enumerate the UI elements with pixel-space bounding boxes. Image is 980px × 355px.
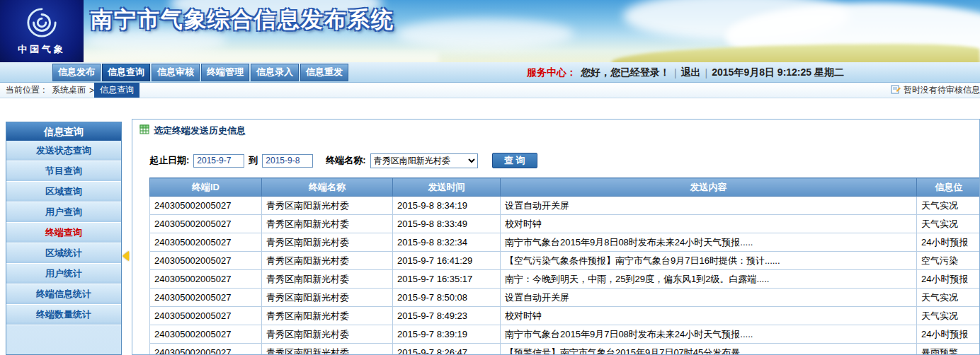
breadcrumb-label: 当前位置： <box>6 84 48 96</box>
section-header: 选定终端发送历史信息 <box>132 120 979 137</box>
login-status-text: 您好，您已经登录！ <box>581 66 670 79</box>
nav-tab[interactable]: 信息查询 <box>102 64 150 81</box>
table-cell: 24小时预报 <box>917 233 980 252</box>
table-cell: 2015-9-7 8:50:08 <box>393 289 501 307</box>
table-cell: 青秀区南阳新光村委 <box>262 344 393 355</box>
table-cell: 2015-9-7 16:35:17 <box>393 270 501 289</box>
table-cell: 2015-9-8 8:34:19 <box>393 197 501 215</box>
nav-tab[interactable]: 信息发布 <box>52 64 101 81</box>
search-button[interactable]: 查 询 <box>492 153 537 168</box>
date-to-input[interactable] <box>262 154 313 168</box>
field-decor <box>612 44 980 62</box>
table-cell: 南宁市气象台2015年9月8日08时发布未来24小时天气预报..... <box>501 233 917 252</box>
main-panel: 选定终端发送历史信息 起止日期: 到 终端名称: 青秀区南阳新光村委 查 询 终… <box>132 119 980 355</box>
table-cell: 24小时预报 <box>917 325 980 344</box>
table-cell: 设置自动开关屏 <box>501 289 917 307</box>
table-cell: 空气污染 <box>917 252 980 270</box>
table-cell: 2015-9-8 8:32:34 <box>393 233 501 252</box>
table-cell: 南宁市气象台2015年9月7日08时发布未来24小时天气预报..... <box>501 325 917 344</box>
table-header-cell: 发送内容 <box>501 178 917 197</box>
to-label: 到 <box>249 154 258 167</box>
table-cell: 240305002005027 <box>150 270 262 289</box>
breadcrumb-separator: > <box>89 86 94 95</box>
sidebar-item[interactable]: 区域统计 <box>6 243 121 264</box>
cloud-decor <box>397 18 574 50</box>
app-window: 中国气象 南宁市气象综合信息发布系统 信息发布信息查询信息审核终端管理信息录入信… <box>0 0 980 355</box>
table-cell: 240305002005027 <box>150 307 262 325</box>
sidebar-item[interactable]: 终端信息统计 <box>6 284 121 305</box>
table-cell: 24小时预报 <box>917 270 980 289</box>
nav-tabs: 信息发布信息查询信息审核终端管理信息录入信息重发 <box>52 64 348 81</box>
nav-user-info: 服务中心： 您好，您已经登录！ | 退出 | 2015年9月8日 9:12:25… <box>527 62 844 83</box>
terminal-select[interactable]: 青秀区南阳新光村委 <box>370 153 478 168</box>
nav-tab[interactable]: 信息录入 <box>251 64 299 81</box>
table-cell: 【预警信号】南宁市气象台2015年9月7日07时45分发布暴..... <box>501 344 917 355</box>
table-cell: 240305002005027 <box>150 289 262 307</box>
page-title: 南宁市气象综合信息发布系统 <box>91 5 394 35</box>
table-header-cell: 发送时间 <box>393 178 501 197</box>
table-row: 240305002005027青秀区南阳新光村委2015-9-7 8:50:08… <box>150 289 980 307</box>
table-cell: 240305002005027 <box>150 215 262 233</box>
table-cell: 暴雨预警 <box>917 344 980 355</box>
table-cell: 青秀区南阳新光村委 <box>262 325 393 344</box>
separator: | <box>674 67 677 78</box>
table-header-cell: 终端名称 <box>262 178 393 197</box>
sidebar-item[interactable]: 发送状态查询 <box>6 141 121 161</box>
query-form: 起止日期: 到 终端名称: 青秀区南阳新光村委 查 询 <box>149 152 537 169</box>
sidebar-item[interactable]: 终端数量统计 <box>6 305 121 325</box>
logo-text: 中国气象 <box>18 43 66 56</box>
nav-tab[interactable]: 信息重发 <box>300 64 348 81</box>
nav-tab[interactable]: 信息审核 <box>152 64 200 81</box>
table-cell: 南宁：今晚到明天，中雨，25到29度，偏东风1到2级。白露端..... <box>501 270 917 289</box>
table-cell: 240305002005027 <box>150 325 262 344</box>
table-header-row: 终端ID终端名称发送时间发送内容信息位 <box>150 178 980 197</box>
table-row: 240305002005027青秀区南阳新光村委2015-9-7 16:35:1… <box>150 270 980 289</box>
sidebar-collapse-arrow-icon[interactable] <box>122 251 129 261</box>
logo: 中国气象 <box>0 0 84 62</box>
table-cell: 2015-9-7 8:49:23 <box>393 307 501 325</box>
breadcrumb: 当前位置： 系统桌面 > 信息查询 暂时没有待审核信息 <box>0 83 980 98</box>
table-header-cell: 信息位 <box>917 178 980 197</box>
table-header-cell: 终端ID <box>150 178 262 197</box>
table-grid-icon <box>139 124 149 137</box>
logout-link[interactable]: 退出 <box>681 66 701 79</box>
table-cell: 青秀区南阳新光村委 <box>262 197 393 215</box>
table-row: 240305002005027青秀区南阳新光村委2015-9-7 8:39:19… <box>150 325 980 344</box>
sidebar-menu: 发送状态查询节目查询区域查询用户查询终端查询区域统计用户统计终端信息统计终端数量… <box>6 141 121 325</box>
table-cell: 天气实况 <box>917 197 980 215</box>
breadcrumb-desktop-link[interactable]: 系统桌面 <box>52 84 86 96</box>
table-cell: 天气实况 <box>917 307 980 325</box>
table-cell: 天气实况 <box>917 289 980 307</box>
table-cell: 240305002005027 <box>150 252 262 270</box>
table-cell: 青秀区南阳新光村委 <box>262 307 393 325</box>
sidebar-item[interactable]: 节目查询 <box>6 161 121 182</box>
sidebar-item[interactable]: 用户查询 <box>6 202 121 223</box>
table-cell: 2015-9-7 8:39:19 <box>393 325 501 344</box>
table-row: 240305002005027青秀区南阳新光村委2015-9-7 8:49:23… <box>150 307 980 325</box>
table-cell: 2015-9-7 8:26:47 <box>393 344 501 355</box>
table-cell: 2015-9-8 8:33:49 <box>393 215 501 233</box>
table-cell: 青秀区南阳新光村委 <box>262 215 393 233</box>
sidebar-item[interactable]: 区域查询 <box>6 182 121 202</box>
datetime-text: 2015年9月8日 9:12:25 星期二 <box>712 66 844 79</box>
audit-notice[interactable]: 暂时没有待审核信息 <box>891 83 980 98</box>
table-cell: 240305002005027 <box>150 344 262 355</box>
table-cell: 校对时钟 <box>501 307 917 325</box>
date-from-input[interactable] <box>193 154 244 168</box>
table-cell: 240305002005027 <box>150 197 262 215</box>
table-row: 240305002005027青秀区南阳新光村委2015-9-8 8:34:19… <box>150 197 980 215</box>
table-cell: 青秀区南阳新光村委 <box>262 270 393 289</box>
table-cell: 青秀区南阳新光村委 <box>262 252 393 270</box>
terminal-name-label: 终端名称: <box>326 154 365 167</box>
sidebar-item[interactable]: 终端查询 <box>6 223 121 243</box>
table-body: 240305002005027青秀区南阳新光村委2015-9-8 8:34:19… <box>150 197 980 355</box>
table-row: 240305002005027青秀区南阳新光村委2015-9-7 8:26:47… <box>150 344 980 355</box>
table-row: 240305002005027青秀区南阳新光村委2015-9-8 8:32:34… <box>150 233 980 252</box>
nav-tab[interactable]: 终端管理 <box>201 64 249 81</box>
separator: | <box>705 67 708 78</box>
sidebar-item[interactable]: 用户统计 <box>6 264 121 284</box>
app-header: 中国气象 南宁市气象综合信息发布系统 <box>0 0 980 62</box>
date-range-label: 起止日期: <box>149 154 189 167</box>
service-center-label: 服务中心： <box>527 66 576 79</box>
table-row: 240305002005027青秀区南阳新光村委2015-9-7 16:41:2… <box>150 252 980 270</box>
